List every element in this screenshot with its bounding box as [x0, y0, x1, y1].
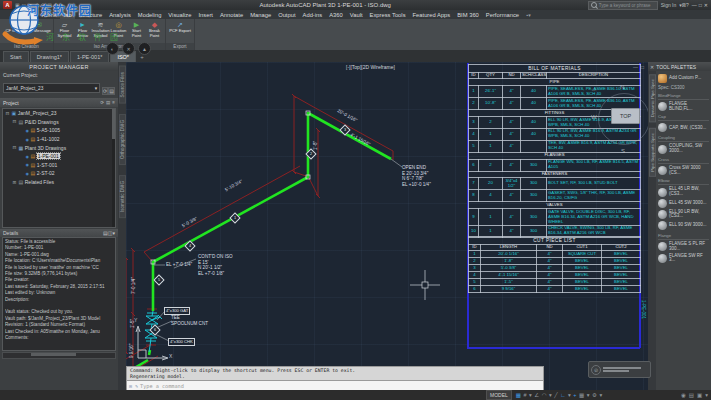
details-toolbar-icon[interactable]: ▾: [112, 230, 115, 236]
ribbon-tab-manage[interactable]: Manage: [247, 10, 275, 19]
palette-item-ell-90-lr-bw-cs3[interactable]: ELL 90 LR BW, (CS3...: [658, 210, 709, 219]
tree-expand-icon[interactable]: ⊟: [12, 119, 17, 124]
palette-item-coupling-sw-3000[interactable]: COUPLING, SW 3000...: [658, 144, 709, 153]
ribbon-tab-modeling[interactable]: Modeling: [134, 10, 165, 19]
break-point-button[interactable]: ◆Break Point: [146, 20, 163, 38]
signin-button[interactable]: Sign In: [661, 2, 677, 8]
drawing-window-button[interactable]: □: [641, 64, 644, 70]
status-right-icon[interactable]: ▤: [689, 392, 694, 398]
status-toggle-icon[interactable]: ▾: [599, 392, 602, 398]
tree-expand-icon[interactable]: ⊞: [12, 180, 17, 185]
tree-item-janm-project-23[interactable]: ⊟▣JanM_Project_23: [3, 109, 115, 118]
tree-item-p-id-drawings[interactable]: ⊟▤P&ID Drawings: [3, 118, 115, 127]
close-icon[interactable]: ✕: [650, 64, 654, 70]
project-manager-title: PROJECT MANAGER: [0, 62, 118, 71]
tree-toolbar-icon[interactable]: ▤: [106, 100, 110, 105]
performance-notification[interactable]: ⊘: [588, 361, 651, 378]
viewcube-home-icon[interactable]: ⌂: [592, 86, 596, 92]
viewport-label[interactable]: [-][Top][2D Wireframe]: [346, 64, 395, 70]
tree-item-1-41-1002[interactable]: ◉▤1-41-1002: [3, 135, 115, 144]
file-tab-drawing1[interactable]: Drawing1*: [30, 51, 69, 62]
palette-item-flange-s-pl-rf-300[interactable]: FLANGE S PL RF 300...: [658, 242, 709, 251]
tree-item-1-st-001[interactable]: ◉▤1-ST-001: [3, 161, 115, 170]
palette-item-ell-90-sw-3000[interactable]: ELL 90 SW 3000...: [658, 221, 709, 230]
infocenter-icon[interactable]: ?: [686, 2, 689, 8]
status-toggle-icon[interactable]: ▾: [549, 392, 552, 398]
status-toggle-icon[interactable]: #: [523, 392, 526, 398]
tree-scrollbar[interactable]: [112, 109, 115, 227]
viewcube-top-face[interactable]: TOP: [611, 108, 640, 124]
palette-item-cross-sw-3000-cs[interactable]: Cross SW 3000 (CS...: [658, 166, 709, 175]
bom-cell: GASKET, SWG, 1/8" THK, RF, 300 LB, ASME …: [547, 190, 641, 202]
status-toggle-icon[interactable]: ╱: [554, 392, 557, 398]
palette-item-flange-blind-fl[interactable]: FLANGE BLIND,FL...: [658, 102, 709, 111]
ribbon-tab-output[interactable]: Output: [275, 10, 299, 19]
ribbon-tab-visualize[interactable]: Visualize: [165, 10, 195, 19]
tree-toolbar-icon[interactable]: ⟳: [100, 100, 104, 105]
palette-tab-pipe-supports-spec[interactable]: Pipe Supports Spec: [649, 128, 656, 177]
status-toggles: ▦#▾∠◠▾╱∟▾+▦▾⚙▾: [516, 392, 602, 398]
ribbon-tab-featured-apps[interactable]: Featured Apps: [409, 10, 454, 19]
tree-item-plant-3d-drawings[interactable]: ⊟▦Plant 3D Drawings: [3, 143, 115, 152]
window-button[interactable]: ✕: [704, 2, 708, 8]
ribbon-overflow-icon[interactable]: ▪▾: [523, 10, 535, 19]
status-toggle-icon[interactable]: ▾: [529, 392, 532, 398]
tree-item-1-pe-001[interactable]: ◉▤1-PE-001: [3, 152, 115, 161]
tree-item-5-a5-1005[interactable]: ◉▤5-A5-1005: [3, 126, 115, 135]
ribbon-tab-a360[interactable]: A360: [326, 10, 347, 19]
palette-item-ell-45-lr-bw-cs3[interactable]: ELL 45 LR BW, (CS3...: [658, 187, 709, 196]
palette-item-cap-bw-cs30[interactable]: CAP, BW, (CS30...: [658, 123, 709, 132]
model-space-button[interactable]: MODEL: [486, 390, 512, 400]
status-right-icon[interactable]: ▣: [697, 392, 702, 398]
start-point-button[interactable]: ▶Start Point: [128, 20, 145, 38]
status-right-icon[interactable]: ◉: [681, 392, 686, 398]
status-toggle-icon[interactable]: ◠: [542, 392, 547, 398]
status-right-icon[interactable]: ▾: [705, 392, 708, 398]
status-toggle-icon[interactable]: ∠: [534, 392, 539, 398]
window-button[interactable]: □: [699, 2, 702, 8]
tree-item-related-files[interactable]: ⊞▤Related Files: [3, 178, 115, 187]
palette-tab-dynamic-pipe-spec[interactable]: Dynamic Pipe Spec: [649, 74, 656, 122]
status-toggle-icon[interactable]: ⚙: [592, 392, 597, 398]
ribbon-tab-annotate[interactable]: Annotate: [216, 10, 246, 19]
pcf-export-button[interactable]: ↗PCF Export: [168, 20, 192, 34]
tree-toolbar-icon[interactable]: ≡: [112, 100, 115, 105]
side-tab-source-files[interactable]: Source Files: [119, 66, 126, 104]
file-tab-start[interactable]: Start: [3, 51, 29, 62]
ribbon-tab-add-ins[interactable]: Add-ins: [299, 10, 326, 19]
ribbon-tab-bim-360[interactable]: BIM 360: [454, 10, 483, 19]
status-toggle-icon[interactable]: ▾: [568, 392, 571, 398]
ribbon-tab-analysis[interactable]: Analysis: [106, 10, 135, 19]
tree-expand-icon[interactable]: ⊟: [12, 145, 17, 150]
current-project-select[interactable]: JanM_Project_23 ▾: [3, 83, 100, 93]
status-toggle-icon[interactable]: ▦: [579, 392, 584, 398]
ribbon-tab-performance[interactable]: Performance: [482, 10, 522, 19]
viewcube[interactable]: ⌂ N W S TOP: [594, 84, 648, 158]
side-tab-orthographic-dwg[interactable]: Orthographic DWG: [119, 114, 126, 165]
palette-item-add-custom[interactable]: Add Custom P...: [658, 74, 709, 83]
status-toggle-icon[interactable]: ∟: [560, 392, 565, 398]
drawing-viewport[interactable]: [-][Top][2D Wireframe] —□ 1-PE-001 BILL …: [126, 62, 648, 390]
ribbon-tab-insert[interactable]: Insert: [195, 10, 217, 19]
status-toggle-icon[interactable]: ▾: [587, 392, 590, 398]
ribbon-tab-vault[interactable]: Vault: [346, 10, 366, 19]
window-button[interactable]: —: [692, 2, 697, 8]
details-horizontal-scrollbar[interactable]: [2, 352, 116, 359]
tree-item-2-st-02[interactable]: ◉▤2-ST-02: [3, 169, 115, 178]
status-toggle-icon[interactable]: +: [573, 392, 576, 398]
viewcube-south[interactable]: S: [621, 148, 625, 154]
bom-cell: 40: [521, 86, 547, 98]
viewcube-north[interactable]: N: [620, 84, 624, 90]
palette-item-flange-sw-rf-3[interactable]: FLANGE SW RF 3...: [658, 254, 709, 263]
side-tab-isometric-dwg[interactable]: Isometric DWG: [119, 175, 126, 218]
tree-expand-icon[interactable]: ⊟: [5, 111, 10, 116]
ribbon-tab-express-tools[interactable]: Express Tools: [366, 10, 409, 19]
search-input[interactable]: Type a keyword or phrase: [588, 1, 658, 10]
fitting-icon: [658, 166, 667, 175]
project-select-icon[interactable]: ▤: [108, 87, 115, 95]
valve-tag: 4"x300 GAT: [164, 307, 190, 315]
palette-item-ell-45-sw-3000[interactable]: ELL 45 SW 3000...: [658, 199, 709, 208]
status-toggle-icon[interactable]: ▦: [516, 392, 521, 398]
viewcube-west[interactable]: W: [591, 114, 597, 120]
file-tab-1-pe-001[interactable]: 1-PE-001*: [70, 51, 109, 62]
